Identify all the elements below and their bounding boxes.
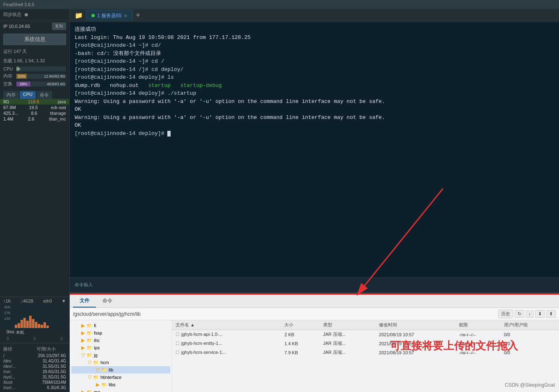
sidebar: 同步状态 IP 10.0.24.65 复制 系统信息 运行 147 天 负载 1… bbox=[0, 9, 70, 392]
file-owner-3: 0/0 bbox=[501, 348, 559, 357]
sys-info-button[interactable]: 系统信息 bbox=[3, 34, 66, 45]
disk-row-4: /run 29.6G/31.5G bbox=[0, 369, 69, 374]
mem-percent: 21% bbox=[18, 74, 25, 78]
folder-color-icon: 📁 bbox=[87, 353, 92, 358]
tree-label-hcm: hcm bbox=[100, 360, 109, 365]
file-row-2[interactable]: ☐jghyb-hcm-entity-1... 1.4 KB JAR 压缩... … bbox=[172, 339, 559, 348]
file-name-3: ☐jghyb-hcm-service-1... bbox=[172, 348, 281, 357]
disk-size-1: 256.1G/297.4G bbox=[38, 353, 66, 358]
col-type[interactable]: 类型 bbox=[320, 320, 376, 330]
disk-col-path: 路径 bbox=[3, 346, 33, 352]
swap-bar-bg: 28% 452M/1.6G bbox=[16, 82, 66, 87]
col-perm[interactable]: 权限 bbox=[456, 320, 500, 330]
cmd-input[interactable] bbox=[96, 282, 554, 288]
col-filename[interactable]: 文件名 ▲ bbox=[172, 320, 281, 330]
server-tab[interactable]: 1 服务器65 ✕ bbox=[86, 10, 132, 21]
term-line-1: [root@caijinnode-14 ~]# cd/ bbox=[75, 41, 554, 50]
sync-label: 同步状态 bbox=[3, 11, 21, 18]
file-modified-1: 2021/08/19 10:57 bbox=[376, 330, 456, 339]
tree-item-ihc[interactable]: ▶ 📁 ihc bbox=[71, 337, 170, 344]
folder-icon: ▽ bbox=[88, 374, 91, 380]
disk-size-6: 756M/1014M bbox=[42, 380, 66, 385]
col-size[interactable]: 大小 bbox=[281, 320, 319, 330]
folder-color-icon: 📁 bbox=[93, 360, 99, 365]
disk-path-6: /boot bbox=[3, 380, 12, 385]
swap-percent: 28% bbox=[20, 82, 27, 86]
proc-mem-2: 67.9M bbox=[3, 105, 16, 110]
folder-color-icon: 📁 bbox=[87, 323, 92, 328]
tree-label-fi: fi bbox=[94, 323, 96, 328]
tree-item-lib[interactable]: ▽ 📁 lib bbox=[71, 366, 170, 374]
tab-bar: 📁 1 服务器65 ✕ + bbox=[70, 9, 559, 22]
term-line-warn1: Warning: Using a password with '-a' or '… bbox=[75, 98, 554, 106]
sync-indicator bbox=[25, 13, 28, 16]
disk-row-1: / 256.1G/297.4G bbox=[0, 353, 69, 358]
tree-item-fssp[interactable]: ▶ 📁 fssp bbox=[71, 329, 170, 337]
net-bar bbox=[43, 322, 46, 328]
tree-item-libs[interactable]: ▶ 📁 libs bbox=[71, 381, 170, 388]
disk-section: 路径 可用/大小 / 256.1G/297.4G /dev 31.4G/31.4… bbox=[0, 343, 69, 392]
tree-item-ma[interactable]: ▶ 📁 ma bbox=[71, 388, 170, 392]
fm-content: ▶ 📁 fi ▶ 📁 fssp ▶ 📁 ihc bbox=[70, 320, 559, 392]
net-header: ↑1K ↓462B eth0 ▼ bbox=[3, 299, 66, 303]
tree-item-ips[interactable]: ▶ 📁 ips bbox=[71, 344, 170, 351]
col-modified[interactable]: 修改时间 bbox=[376, 320, 456, 330]
terminal[interactable]: 连接成功 Last login: Thu Aug 19 10:50:08 202… bbox=[70, 22, 559, 277]
file-row-3[interactable]: ☐jghyb-hcm-service-1... 7.9 KB JAR 压缩...… bbox=[172, 348, 559, 357]
net-dropdown-icon[interactable]: ▼ bbox=[62, 299, 66, 303]
content-area: 📁 1 服务器65 ✕ + 连接成功 Last login: Thu Aug 1… bbox=[70, 9, 559, 392]
term-line-ls: dump.rdb nohup.out startup startup-debug bbox=[75, 82, 554, 90]
app-title: FinalShell 3.6.5 bbox=[3, 2, 34, 7]
copy-ip-button[interactable]: 复制 bbox=[52, 23, 66, 30]
disk-size-5: 31.5G/31.5G bbox=[43, 375, 66, 379]
add-tab-button[interactable]: + bbox=[132, 11, 144, 20]
tab-mem[interactable]: 内存 bbox=[3, 91, 19, 99]
term-line-connect: 连接成功 bbox=[75, 25, 554, 34]
col-owner[interactable]: 用户/用户组 bbox=[501, 320, 559, 330]
proc-row-1: 8G 118.5 java bbox=[0, 99, 69, 105]
folder-icon: ▶ bbox=[81, 323, 85, 328]
fm-refresh-button[interactable]: ↻ bbox=[515, 310, 524, 318]
net-bar bbox=[29, 316, 32, 328]
fm-tree: ▶ 📁 fi ▶ 📁 fssp ▶ 📁 ihc bbox=[70, 320, 172, 392]
file-type-1: JAR 压缩... bbox=[320, 330, 376, 339]
cpu-percent: 5% bbox=[16, 67, 21, 71]
term-line-2: -bash: cd/: 没有那个文件或目录 bbox=[75, 50, 554, 58]
load-info: 负载 1.66, 1.54, 1.32 bbox=[0, 56, 69, 66]
proc-cpu-3: 8.6 bbox=[31, 111, 37, 116]
fm-tabs: 文件 命令 bbox=[70, 295, 559, 308]
tree-item-jg[interactable]: ▽ 📁 jg bbox=[71, 351, 170, 359]
net-bar bbox=[35, 322, 37, 328]
disk-row-3: /dev/... 31.5G/31.5G bbox=[0, 364, 69, 369]
tab-label: 1 服务器65 bbox=[97, 12, 121, 19]
net-time: 0ms bbox=[7, 330, 14, 335]
sidebar-toggle-icon[interactable]: 📁 bbox=[71, 10, 86, 21]
swap-metric-row: 交换 28% 452M/1.6G bbox=[0, 80, 69, 88]
disk-row-7: /run/... 6.3G/6.3G bbox=[0, 385, 69, 390]
fm-upload-button[interactable]: ⬆ bbox=[546, 310, 556, 318]
file-row-1[interactable]: ☐jghyb-hcm-api-1.0-... 2 KB JAR 压缩... 20… bbox=[172, 330, 559, 339]
tab-cmd[interactable]: 命令 bbox=[37, 91, 52, 99]
tab-cpu[interactable]: CPU bbox=[20, 91, 36, 99]
file-owner-1: 0/0 bbox=[501, 330, 559, 339]
swap-detail: 452M/1.6G bbox=[47, 82, 65, 87]
tree-item-hcm[interactable]: ▽ 📁 hcm bbox=[71, 359, 170, 366]
disk-col-size: 可用/大小 bbox=[37, 346, 66, 352]
folder-color-icon: 📁 bbox=[87, 338, 92, 343]
disk-path-5: /sys/... bbox=[3, 375, 15, 379]
file-owner-2: 0/0 bbox=[501, 339, 559, 348]
disk-path-3: /dev/... bbox=[3, 364, 16, 369]
tree-item-fi[interactable]: ▶ 📁 fi bbox=[71, 322, 170, 329]
disk-row-2: /dev 31.4G/31.4G bbox=[0, 358, 69, 364]
fm-tab-cmd[interactable]: 命令 bbox=[96, 295, 119, 308]
connection-status-indicator bbox=[91, 14, 95, 17]
fm-tab-files[interactable]: 文件 bbox=[73, 295, 96, 308]
process-table: 8G 118.5 java 67.9M 19.5 edr-wat 425.3..… bbox=[0, 99, 69, 296]
fm-up-button[interactable]: ↑ bbox=[526, 310, 534, 318]
tree-item-htinterface[interactable]: ▽ 📁 htinterface bbox=[71, 374, 170, 381]
fm-history-button[interactable]: 历史 bbox=[498, 310, 513, 318]
file-modified-2: 2021/08/19 10:57 bbox=[376, 339, 456, 348]
fm-download-button[interactable]: ⬇ bbox=[535, 310, 545, 318]
folder-color-icon: 📁 bbox=[87, 345, 92, 351]
tab-close-icon[interactable]: ✕ bbox=[124, 14, 127, 18]
